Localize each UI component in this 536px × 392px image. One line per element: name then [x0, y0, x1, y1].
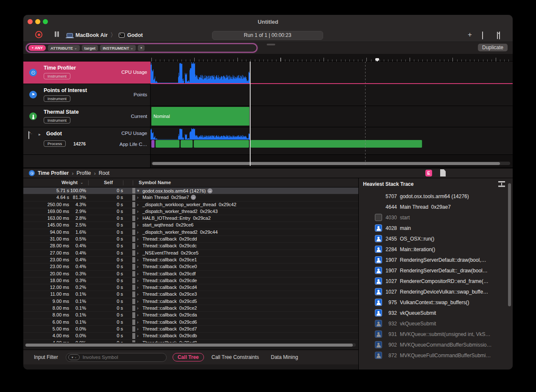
- track-horizontal-scrollbar[interactable]: [151, 162, 510, 165]
- stack-frame-row[interactable]: 932 vkQueueSubmit: [359, 308, 508, 319]
- disclosure-icon[interactable]: ›: [137, 195, 141, 200]
- table-row[interactable]: 31.00 ms 0.5% 0 s › Thread::callback 0x2…: [23, 236, 358, 243]
- thermal-state-track[interactable]: Nominal: [151, 106, 513, 127]
- library-icon[interactable]: [482, 31, 483, 39]
- duplicate-button[interactable]: Duplicate: [478, 44, 508, 51]
- disclosure-icon[interactable]: ›: [137, 236, 141, 241]
- disclosure-icon[interactable]: ›: [137, 312, 141, 317]
- lifecycle-segment[interactable]: [194, 140, 249, 148]
- table-row[interactable]: 5.00 ms 0.0% 0 s › Thread::callback 0x29…: [23, 326, 358, 333]
- strategy-tab[interactable]: [277, 44, 285, 45]
- column-divider[interactable]: [133, 180, 133, 185]
- stack-frame-row[interactable]: 932 vkQueueSubmit: [359, 319, 508, 329]
- disclosure-icon[interactable]: ›: [137, 243, 141, 248]
- stack-frame-row[interactable]: 872 MVKQueueFullCommandBufferSubmi…: [359, 350, 508, 361]
- lifecycle-segment[interactable]: [251, 140, 422, 148]
- disclosure-icon[interactable]: ›: [137, 264, 141, 269]
- table-horizontal-scrollbar[interactable]: [25, 343, 356, 347]
- stack-frame-row[interactable]: 975 VulkanContext::swap_buffers(): [359, 297, 508, 308]
- disclosure-icon[interactable]: ›: [137, 299, 141, 304]
- add-instrument-icon[interactable]: +: [468, 31, 472, 39]
- table-row[interactable]: 145.00 ms 2.5% 0 s › start_wqthread 0x29…: [23, 222, 358, 229]
- pause-icon[interactable]: [57, 31, 59, 37]
- godot-track[interactable]: [151, 127, 513, 155]
- filter-token-instrument[interactable]: INSTRUMENT⌄: [100, 45, 136, 51]
- record-button[interactable]: [35, 31, 42, 38]
- panel-vertical-scrollbar[interactable]: [508, 182, 511, 369]
- table-row[interactable]: 9.00 ms 0.1% 0 s › Thread::callback 0x29…: [23, 298, 358, 305]
- disclosure-icon[interactable]: ›: [137, 278, 141, 283]
- stack-frame-row[interactable]: 902 MVKQueueCommandBufferSubmissio…: [359, 340, 508, 350]
- data-mining-button[interactable]: Data Mining: [271, 354, 298, 360]
- lifecycle-segment[interactable]: [156, 140, 180, 148]
- focus-arrow-icon[interactable]: [207, 188, 212, 193]
- table-row[interactable]: 8.00 ms 0.1% 0 s › Thread::callback 0x29…: [23, 312, 358, 319]
- points-of-interest-track[interactable]: [151, 84, 513, 106]
- table-row[interactable]: 28.00 ms 0.4% 0 s › Thread::callback 0x2…: [23, 243, 358, 249]
- disclosure-icon[interactable]: ›: [137, 216, 141, 221]
- table-row[interactable]: 12.00 ms 0.2% 0 s › Thread::callback 0x2…: [23, 284, 358, 291]
- scrollbar-thumb[interactable]: [508, 183, 511, 306]
- table-row[interactable]: 4.64 s 81.3% 0 s › Main Thread 0x29ae7: [23, 194, 358, 201]
- pause-icon[interactable]: [55, 31, 56, 37]
- disclosure-icon[interactable]: ›: [137, 222, 141, 227]
- table-row[interactable]: 6.00 ms 0.1% 0 s › Thread::callback 0x29…: [23, 319, 358, 326]
- instrument-row-thermal-state[interactable]: Thermal State Instrument Current: [23, 106, 151, 127]
- description-tab-icon[interactable]: [440, 169, 446, 176]
- extended-detail-tab[interactable]: E: [425, 170, 432, 176]
- stack-frame-row[interactable]: 1027 RendererCompositorRD::end_frame(…: [359, 276, 508, 287]
- disclosure-icon[interactable]: ›: [137, 305, 141, 311]
- filter-token-star[interactable]: *: [138, 45, 145, 51]
- playhead-line[interactable]: [250, 62, 251, 166]
- call-tree-button[interactable]: Call Tree: [173, 353, 204, 361]
- table-row[interactable]: 5.71 s 100.0% 0 s ▾ godot.osx.tools.arm6…: [23, 188, 358, 194]
- disclosure-icon[interactable]: ›: [137, 250, 141, 255]
- breadcrumb-item[interactable]: Profile: [76, 170, 91, 176]
- disclosure-icon[interactable]: ›: [137, 230, 141, 235]
- lifecycle-segment[interactable]: [181, 140, 193, 148]
- scrollbar-thumb[interactable]: [25, 344, 353, 347]
- table-row[interactable]: 4.00 ms 0.0% 0 s › Thread::callback 0x29…: [23, 340, 358, 342]
- strategy-tab[interactable]: [267, 44, 275, 45]
- filter-token-attribute[interactable]: ATTRIBUTE⌄: [48, 45, 80, 51]
- breadcrumb-item[interactable]: Root: [99, 170, 109, 176]
- stack-frame-row[interactable]: 1907 RenderingServerDefault::_draw(bool…: [359, 266, 508, 276]
- instrument-row-godot[interactable]: ▸ Godot Process 14276 CPU Usage App Life…: [23, 127, 151, 155]
- stack-frame-row[interactable]: 2284 Main::iteration(): [359, 244, 508, 255]
- symbol-filter-field[interactable]: ▼⌄: [66, 353, 167, 362]
- track-filter-bar[interactable]: ▼ANY ATTRIBUTE⌄ target INSTRUMENT⌄ *: [26, 43, 257, 53]
- toggle-inspector-icon[interactable]: [499, 31, 500, 39]
- disclosure-icon[interactable]: ▾: [137, 188, 141, 193]
- thermal-state-segment[interactable]: Nominal: [151, 107, 249, 126]
- table-row[interactable]: 20.00 ms 0.3% 0 s › Thread::callback 0x2…: [23, 271, 358, 277]
- table-row[interactable]: 18.00 ms 0.3% 0 s › Thread::callback 0x2…: [23, 277, 358, 284]
- table-row[interactable]: 169.00 ms 2.9% 0 s › _dispatch_worker_th…: [23, 208, 358, 215]
- instrument-row-time-profiler[interactable]: Time Profiler Instrument CPU Usage: [23, 62, 151, 84]
- table-row[interactable]: 94.00 ms 1.6% 0 s › _dispatch_worker_thr…: [23, 229, 358, 236]
- instrument-row-points-of-interest[interactable]: ⚑ Points of Interest Instrument Points: [23, 84, 151, 106]
- disclosure-icon[interactable]: ›: [137, 291, 141, 297]
- disclosure-icon[interactable]: ›: [137, 340, 141, 342]
- disclosure-icon[interactable]: ›: [137, 271, 141, 276]
- strategy-tab[interactable]: [297, 44, 306, 45]
- time-profiler-track[interactable]: [151, 62, 513, 84]
- column-header-self[interactable]: Self: [87, 180, 113, 185]
- stack-frame-row[interactable]: 1907 RenderingServerDefault::draw(bool,…: [359, 255, 508, 266]
- column-header-weight[interactable]: Weight: [40, 180, 78, 185]
- stack-frame-row[interactable]: 931 MVKQueue::submit(unsigned int, VkS…: [359, 329, 508, 340]
- column-divider[interactable]: [123, 180, 123, 185]
- stack-frame-row[interactable]: 2455 OS_OSX::run(): [359, 234, 508, 244]
- stack-frame-row[interactable]: 5707 godot.osx.tools.arm64 (14276): [359, 191, 508, 202]
- collapse-stack-icon[interactable]: [498, 181, 505, 187]
- strategy-tab[interactable]: [287, 44, 296, 45]
- filter-token-target[interactable]: target: [82, 45, 98, 51]
- filter-any-pill[interactable]: ▼ANY: [28, 45, 46, 51]
- stack-frame-row[interactable]: 4644 Main Thread 0x29ae7: [359, 202, 508, 213]
- disclosure-icon[interactable]: ›: [137, 326, 141, 331]
- disclosure-icon[interactable]: ›: [137, 285, 141, 290]
- table-row[interactable]: 4.00 ms 0.0% 0 s › Thread::callback 0x29…: [23, 333, 358, 339]
- table-row[interactable]: 11.00 ms 0.1% 0 s › Thread::callback 0x2…: [23, 291, 358, 298]
- target-device-path[interactable]: MacBook Air 〉 Godot: [67, 32, 143, 39]
- stack-frame-row[interactable]: 1027 RenderingDeviceVulkan::swap_buffe…: [359, 287, 508, 297]
- disclosure-icon[interactable]: ›: [137, 209, 141, 214]
